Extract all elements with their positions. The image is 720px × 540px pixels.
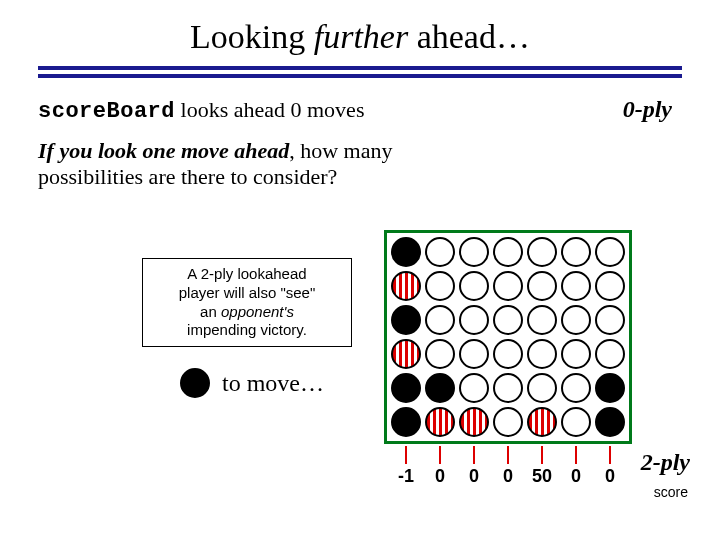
board-cell <box>525 337 559 371</box>
board-cell <box>559 337 593 371</box>
code-scoreboard: scoreBoard <box>38 99 175 124</box>
title-underline <box>38 64 682 84</box>
empty-disc <box>561 373 591 403</box>
two-ply-label: 2-ply <box>641 449 690 476</box>
empty-disc <box>527 237 557 267</box>
column-score: 0 <box>423 466 457 487</box>
title-prefix: Looking <box>190 18 314 55</box>
note-opponent: opponent's <box>221 303 294 320</box>
board-cell <box>389 303 423 337</box>
tick <box>473 446 475 464</box>
empty-disc <box>493 407 523 437</box>
title-emph: further <box>314 18 408 55</box>
column-score: 0 <box>593 466 627 487</box>
page-title: Looking further ahead… <box>0 0 720 64</box>
board-cell <box>593 303 627 337</box>
board-cell <box>593 371 627 405</box>
red-disc <box>459 407 489 437</box>
board-cell <box>423 371 457 405</box>
empty-disc <box>561 305 591 335</box>
empty-disc <box>595 237 625 267</box>
black-disc <box>391 373 421 403</box>
board-cell <box>457 269 491 303</box>
board-cell <box>593 269 627 303</box>
black-disc <box>391 407 421 437</box>
empty-disc <box>595 271 625 301</box>
board-cell <box>457 337 491 371</box>
title-suffix: ahead… <box>408 18 530 55</box>
board-cell <box>491 235 525 269</box>
empty-disc <box>493 373 523 403</box>
tick <box>609 446 611 464</box>
board-region: -10005000 <box>384 230 632 487</box>
empty-disc <box>459 373 489 403</box>
board-cell <box>525 303 559 337</box>
board-cell <box>559 303 593 337</box>
empty-disc <box>561 339 591 369</box>
tick <box>575 446 577 464</box>
scoreboard-row: scoreBoard looks ahead 0 moves 0-ply <box>0 84 720 124</box>
tick <box>507 446 509 464</box>
board-cell <box>423 235 457 269</box>
empty-disc <box>527 271 557 301</box>
board-cell <box>491 337 525 371</box>
empty-disc <box>425 305 455 335</box>
red-disc <box>527 407 557 437</box>
board-cell <box>559 405 593 439</box>
board-cell <box>423 337 457 371</box>
board-cell <box>559 269 593 303</box>
empty-disc <box>425 237 455 267</box>
empty-disc <box>459 339 489 369</box>
column-score: -1 <box>389 466 423 487</box>
empty-disc <box>561 237 591 267</box>
board-cell <box>423 405 457 439</box>
empty-disc <box>527 339 557 369</box>
column-score: 0 <box>491 466 525 487</box>
column-scores: -10005000 <box>389 466 632 487</box>
tick <box>439 446 441 464</box>
black-chip-icon <box>180 368 210 398</box>
empty-disc <box>527 305 557 335</box>
board-cell <box>559 371 593 405</box>
board-cell <box>525 235 559 269</box>
board-cell <box>389 337 423 371</box>
empty-disc <box>527 373 557 403</box>
question-text: If you look one move ahead, how many pos… <box>0 124 420 191</box>
black-disc <box>391 305 421 335</box>
to-move-label: to move… <box>222 370 324 397</box>
empty-disc <box>561 271 591 301</box>
question-lead: If you look one move ahead <box>38 138 289 163</box>
note-line-4: impending victory. <box>153 321 341 340</box>
tick <box>405 446 407 464</box>
note-line-2: player will also "see" <box>153 284 341 303</box>
black-disc <box>425 373 455 403</box>
board-cell <box>457 235 491 269</box>
black-disc <box>595 373 625 403</box>
board-cell <box>389 269 423 303</box>
red-disc <box>425 407 455 437</box>
board-cell <box>389 405 423 439</box>
empty-disc <box>595 305 625 335</box>
board-cell <box>525 269 559 303</box>
column-ticks <box>389 446 632 464</box>
scoreboard-text: scoreBoard looks ahead 0 moves <box>38 97 364 124</box>
board-cell <box>423 303 457 337</box>
board-cell <box>593 235 627 269</box>
red-disc <box>391 339 421 369</box>
black-disc <box>595 407 625 437</box>
empty-disc <box>459 271 489 301</box>
column-score: 0 <box>559 466 593 487</box>
board-cell <box>457 371 491 405</box>
board-cell <box>593 405 627 439</box>
note-box: A 2-ply lookahead player will also "see"… <box>142 258 352 347</box>
board-cell <box>457 405 491 439</box>
board-cell <box>491 303 525 337</box>
connect4-board <box>384 230 632 444</box>
scoreboard-tail: looks ahead 0 moves <box>175 97 364 122</box>
empty-disc <box>425 339 455 369</box>
board-cell <box>593 337 627 371</box>
empty-disc <box>561 407 591 437</box>
board-cell <box>389 371 423 405</box>
empty-disc <box>493 305 523 335</box>
board-cell <box>491 269 525 303</box>
